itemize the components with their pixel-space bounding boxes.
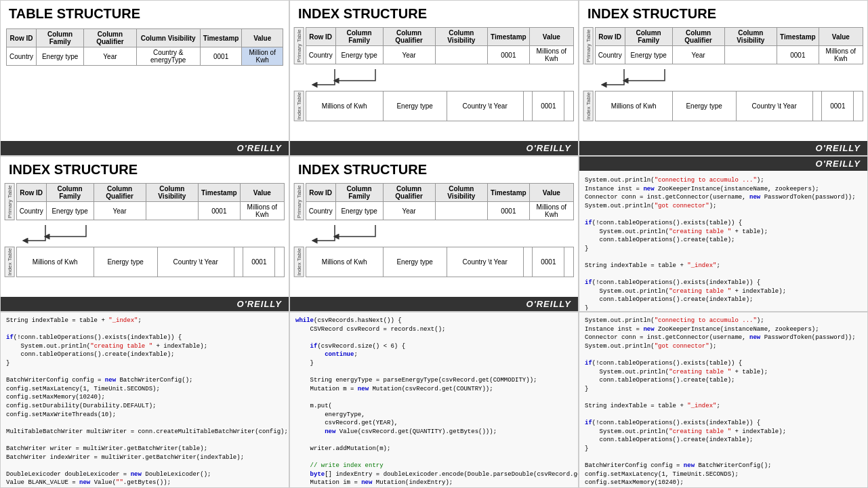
cell-family: Energy type — [37, 47, 84, 66]
primary-table-4: Row ID Column Family Column Qualifier Co… — [16, 183, 285, 220]
table-row: Millions of Kwh Energy type Country \t Y… — [595, 92, 863, 121]
arrow-section-3 — [583, 66, 863, 89]
panel-index-structure-3: INDEX STRUCTURE Primary Table Row ID Col… — [579, 0, 868, 156]
table-row: Country Energy type Year 0001 Millions o… — [16, 202, 284, 220]
index-layout-5: Primary Table Row ID Column Family Colum… — [290, 180, 578, 280]
primary-row-2: Primary Table Row ID Column Family Colum… — [294, 27, 574, 64]
primary-label-4: Primary Table — [5, 183, 15, 220]
index-label-3: Index Table — [583, 91, 594, 121]
panel-1-title: TABLE STRUCTURE — [1, 1, 289, 24]
table-row: Millions of Kwh Energy type Country \t Y… — [306, 92, 573, 121]
primary-table-3: Row ID Column Family Column Qualifier Co… — [595, 27, 863, 64]
index-tables-4: Primary Table Row ID Column Family Colum… — [5, 183, 285, 277]
table-row: Country Energy type Year 0001 Millions o… — [306, 46, 573, 64]
oreilly-banner-5: O'REILLY — [290, 297, 578, 311]
primary-row-3: Primary Table Row ID Column Family Colum… — [583, 27, 863, 64]
panel-table-structure: TABLE STRUCTURE Row ID Column Family Col… — [0, 0, 289, 156]
oreilly-banner-2: O'REILLY — [290, 141, 578, 155]
oreilly-banner-6: O'REILLY — [579, 157, 867, 171]
arrow-section-5 — [294, 222, 574, 245]
panel-code-6: O'REILLY System.out.println("connecting … — [579, 156, 868, 312]
panel-1-table-wrapper: Row ID Column Family Column Qualifier Co… — [1, 24, 289, 70]
table-structure-table: Row ID Column Family Column Qualifier Co… — [6, 28, 283, 66]
index-tables-5: Primary Table Row ID Column Family Colum… — [294, 183, 574, 277]
index-table-4: Millions of Kwh Energy type Country \t Y… — [16, 247, 285, 277]
col-timestamp: Timestamp — [200, 29, 242, 47]
arrow-svg-3 — [597, 66, 834, 89]
index-row-4: Index Table Millions of Kwh Energy type … — [5, 247, 285, 277]
primary-label-2: Primary Table — [294, 27, 304, 64]
code-content-6: System.out.println("connecting to accumu… — [579, 172, 867, 310]
primary-row-5: Primary Table Row ID Column Family Colum… — [294, 183, 574, 220]
table-row: Country Energy type Year Country & energ… — [7, 47, 283, 66]
primary-row-4: Primary Table Row ID Column Family Colum… — [5, 183, 285, 220]
index-table-2: Millions of Kwh Energy type Country \t Y… — [306, 91, 574, 121]
index-table-3: Millions of Kwh Energy type Country \t Y… — [595, 91, 863, 121]
arrow-svg-5 — [308, 222, 511, 245]
arrow-section-4 — [5, 222, 285, 245]
index-layout-2: Primary Table Row ID Column Family Colum… — [290, 24, 578, 124]
cell-visibility: Country & energyType — [136, 47, 200, 66]
primary-table-2: Row ID Column Family Column Qualifier Co… — [306, 27, 574, 64]
index-row-5: Index Table Millions of Kwh Energy type … — [294, 247, 574, 277]
index-layout-4: Primary Table Row ID Column Family Colum… — [1, 180, 289, 280]
panel-3-title: INDEX STRUCTURE — [579, 1, 867, 24]
primary-label-5: Primary Table — [294, 183, 304, 220]
table-row: Millions of Kwh Energy type Country \t Y… — [16, 247, 284, 277]
index-row-2: Index Table Millions of Kwh Energy type … — [294, 91, 574, 121]
index-tables-3: Primary Table Row ID Column Family Colum… — [583, 27, 863, 121]
primary-label-3: Primary Table — [583, 27, 594, 64]
index-label-4: Index Table — [5, 247, 15, 277]
code-content-9: System.out.println("connecting to accumu… — [579, 312, 867, 487]
col-value: Value — [242, 29, 283, 47]
index-tables-2: Primary Table Row ID Column Family Colum… — [294, 27, 574, 121]
cell-rowid: Country — [7, 47, 37, 66]
col-family: Column Family — [37, 29, 84, 47]
cell-value: Million of Kwh — [242, 47, 283, 66]
panel-index-structure-2: INDEX STRUCTURE Primary Table Row ID Col… — [289, 0, 579, 156]
arrow-section-2 — [294, 66, 574, 89]
panel-2-title: INDEX STRUCTURE — [290, 1, 578, 24]
primary-table-5: Row ID Column Family Column Qualifier Co… — [306, 183, 574, 220]
panel-code-8: while(csvRecords.hasNext()) { CSVRecord … — [289, 312, 579, 488]
code-content-7: String indexTable = table + "_index"; if… — [1, 312, 289, 487]
panel-4-title: INDEX STRUCTURE — [1, 157, 289, 180]
table-row: Country Energy type Year 0001 Millions o… — [595, 46, 863, 64]
oreilly-banner-1: O'REILLY — [1, 141, 289, 155]
panel-code-7: String indexTable = table + "_index"; if… — [0, 312, 289, 488]
index-layout-3: Primary Table Row ID Column Family Colum… — [579, 24, 867, 124]
col-visibility: Column Visibility — [136, 29, 200, 47]
cell-qualifier: Year — [84, 47, 136, 66]
oreilly-banner-3: O'REILLY — [579, 141, 867, 155]
code-content-8: while(csvRecords.hasNext()) { CSVRecord … — [290, 312, 578, 487]
index-label-2: Index Table — [294, 91, 304, 121]
arrow-svg-4 — [18, 222, 222, 245]
index-row-3: Index Table Millions of Kwh Energy type … — [583, 91, 863, 121]
panel-index-structure-5: INDEX STRUCTURE Primary Table Row ID Col… — [289, 156, 579, 312]
index-table-5: Millions of Kwh Energy type Country \t Y… — [306, 247, 574, 277]
panel-5-title: INDEX STRUCTURE — [290, 157, 578, 180]
panel-index-structure-4: INDEX STRUCTURE Primary Table Row ID Col… — [0, 156, 289, 312]
cell-timestamp: 0001 — [200, 47, 242, 66]
oreilly-banner-4: O'REILLY — [1, 297, 289, 311]
panel-code-9: System.out.println("connecting to accumu… — [579, 312, 868, 488]
index-label-5: Index Table — [294, 247, 304, 277]
col-rowid: Row ID — [7, 29, 37, 47]
table-row: Country Energy type Year 0001 Millions o… — [306, 202, 573, 220]
col-qualifier: Column Qualifier — [84, 29, 136, 47]
table-row: Millions of Kwh Energy type Country \t Y… — [306, 247, 573, 277]
arrow-svg-2 — [308, 66, 511, 89]
